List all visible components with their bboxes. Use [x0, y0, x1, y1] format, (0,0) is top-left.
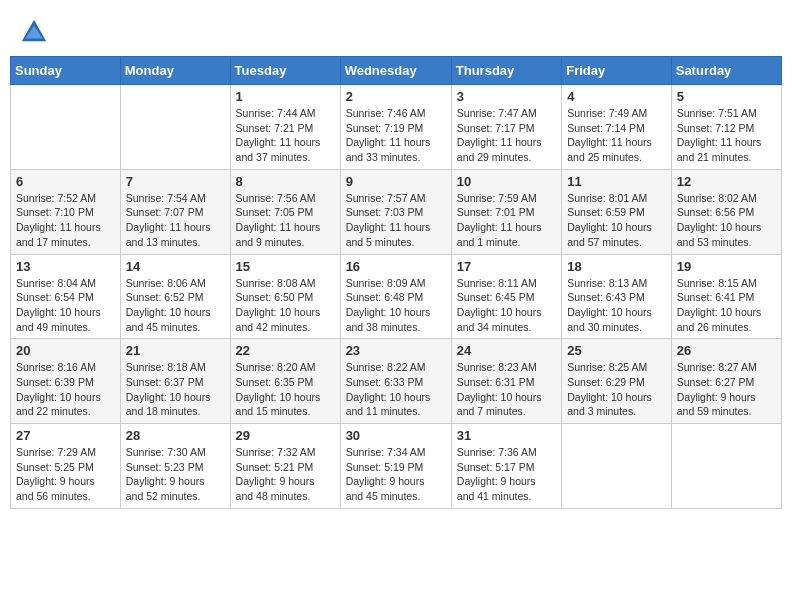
day-info: Sunrise: 8:08 AMSunset: 6:50 PMDaylight:… [236, 276, 335, 335]
day-header-wednesday: Wednesday [340, 57, 451, 85]
day-info: Sunrise: 8:15 AMSunset: 6:41 PMDaylight:… [677, 276, 776, 335]
calendar-cell: 21Sunrise: 8:18 AMSunset: 6:37 PMDayligh… [120, 339, 230, 424]
logo [20, 18, 52, 46]
calendar-cell: 5Sunrise: 7:51 AMSunset: 7:12 PMDaylight… [671, 85, 781, 170]
calendar-cell [562, 424, 672, 509]
day-header-monday: Monday [120, 57, 230, 85]
calendar-cell: 16Sunrise: 8:09 AMSunset: 6:48 PMDayligh… [340, 254, 451, 339]
day-info: Sunrise: 7:47 AMSunset: 7:17 PMDaylight:… [457, 106, 556, 165]
calendar-cell: 23Sunrise: 8:22 AMSunset: 6:33 PMDayligh… [340, 339, 451, 424]
calendar-week-row: 27Sunrise: 7:29 AMSunset: 5:25 PMDayligh… [11, 424, 782, 509]
calendar-cell: 22Sunrise: 8:20 AMSunset: 6:35 PMDayligh… [230, 339, 340, 424]
calendar-cell: 8Sunrise: 7:56 AMSunset: 7:05 PMDaylight… [230, 169, 340, 254]
day-header-sunday: Sunday [11, 57, 121, 85]
day-info: Sunrise: 8:18 AMSunset: 6:37 PMDaylight:… [126, 360, 225, 419]
day-number: 3 [457, 89, 556, 104]
day-info: Sunrise: 7:46 AMSunset: 7:19 PMDaylight:… [346, 106, 446, 165]
calendar-cell: 7Sunrise: 7:54 AMSunset: 7:07 PMDaylight… [120, 169, 230, 254]
day-number: 30 [346, 428, 446, 443]
day-info: Sunrise: 7:32 AMSunset: 5:21 PMDaylight:… [236, 445, 335, 504]
calendar-cell: 4Sunrise: 7:49 AMSunset: 7:14 PMDaylight… [562, 85, 672, 170]
calendar-cell: 26Sunrise: 8:27 AMSunset: 6:27 PMDayligh… [671, 339, 781, 424]
day-info: Sunrise: 8:16 AMSunset: 6:39 PMDaylight:… [16, 360, 115, 419]
calendar-cell: 28Sunrise: 7:30 AMSunset: 5:23 PMDayligh… [120, 424, 230, 509]
day-info: Sunrise: 8:20 AMSunset: 6:35 PMDaylight:… [236, 360, 335, 419]
calendar-cell: 10Sunrise: 7:59 AMSunset: 7:01 PMDayligh… [451, 169, 561, 254]
day-number: 27 [16, 428, 115, 443]
calendar-cell: 6Sunrise: 7:52 AMSunset: 7:10 PMDaylight… [11, 169, 121, 254]
day-number: 11 [567, 174, 666, 189]
day-number: 1 [236, 89, 335, 104]
day-number: 12 [677, 174, 776, 189]
day-number: 22 [236, 343, 335, 358]
day-header-friday: Friday [562, 57, 672, 85]
day-info: Sunrise: 8:25 AMSunset: 6:29 PMDaylight:… [567, 360, 666, 419]
day-info: Sunrise: 8:04 AMSunset: 6:54 PMDaylight:… [16, 276, 115, 335]
day-info: Sunrise: 7:44 AMSunset: 7:21 PMDaylight:… [236, 106, 335, 165]
day-number: 29 [236, 428, 335, 443]
calendar-week-row: 13Sunrise: 8:04 AMSunset: 6:54 PMDayligh… [11, 254, 782, 339]
day-number: 21 [126, 343, 225, 358]
day-number: 26 [677, 343, 776, 358]
day-info: Sunrise: 7:59 AMSunset: 7:01 PMDaylight:… [457, 191, 556, 250]
calendar-cell: 25Sunrise: 8:25 AMSunset: 6:29 PMDayligh… [562, 339, 672, 424]
day-number: 7 [126, 174, 225, 189]
day-number: 13 [16, 259, 115, 274]
calendar-cell [671, 424, 781, 509]
day-number: 15 [236, 259, 335, 274]
day-info: Sunrise: 7:51 AMSunset: 7:12 PMDaylight:… [677, 106, 776, 165]
calendar-week-row: 6Sunrise: 7:52 AMSunset: 7:10 PMDaylight… [11, 169, 782, 254]
day-info: Sunrise: 8:06 AMSunset: 6:52 PMDaylight:… [126, 276, 225, 335]
day-info: Sunrise: 8:02 AMSunset: 6:56 PMDaylight:… [677, 191, 776, 250]
calendar-cell: 11Sunrise: 8:01 AMSunset: 6:59 PMDayligh… [562, 169, 672, 254]
day-number: 6 [16, 174, 115, 189]
calendar-cell [120, 85, 230, 170]
day-info: Sunrise: 8:09 AMSunset: 6:48 PMDaylight:… [346, 276, 446, 335]
logo-icon [20, 18, 48, 46]
day-number: 4 [567, 89, 666, 104]
day-number: 16 [346, 259, 446, 274]
calendar-cell: 20Sunrise: 8:16 AMSunset: 6:39 PMDayligh… [11, 339, 121, 424]
day-number: 23 [346, 343, 446, 358]
calendar-cell: 15Sunrise: 8:08 AMSunset: 6:50 PMDayligh… [230, 254, 340, 339]
calendar-week-row: 20Sunrise: 8:16 AMSunset: 6:39 PMDayligh… [11, 339, 782, 424]
calendar-cell [11, 85, 121, 170]
day-info: Sunrise: 8:27 AMSunset: 6:27 PMDaylight:… [677, 360, 776, 419]
day-number: 28 [126, 428, 225, 443]
day-number: 14 [126, 259, 225, 274]
calendar-cell: 12Sunrise: 8:02 AMSunset: 6:56 PMDayligh… [671, 169, 781, 254]
calendar-cell: 18Sunrise: 8:13 AMSunset: 6:43 PMDayligh… [562, 254, 672, 339]
day-info: Sunrise: 7:52 AMSunset: 7:10 PMDaylight:… [16, 191, 115, 250]
day-number: 17 [457, 259, 556, 274]
calendar-cell: 30Sunrise: 7:34 AMSunset: 5:19 PMDayligh… [340, 424, 451, 509]
day-number: 19 [677, 259, 776, 274]
calendar-cell: 29Sunrise: 7:32 AMSunset: 5:21 PMDayligh… [230, 424, 340, 509]
calendar-cell: 9Sunrise: 7:57 AMSunset: 7:03 PMDaylight… [340, 169, 451, 254]
day-info: Sunrise: 7:57 AMSunset: 7:03 PMDaylight:… [346, 191, 446, 250]
day-info: Sunrise: 8:23 AMSunset: 6:31 PMDaylight:… [457, 360, 556, 419]
calendar-header-row: SundayMondayTuesdayWednesdayThursdayFrid… [11, 57, 782, 85]
day-number: 8 [236, 174, 335, 189]
day-number: 10 [457, 174, 556, 189]
day-header-thursday: Thursday [451, 57, 561, 85]
day-number: 5 [677, 89, 776, 104]
calendar-cell: 24Sunrise: 8:23 AMSunset: 6:31 PMDayligh… [451, 339, 561, 424]
calendar-cell: 14Sunrise: 8:06 AMSunset: 6:52 PMDayligh… [120, 254, 230, 339]
day-number: 31 [457, 428, 556, 443]
day-info: Sunrise: 7:56 AMSunset: 7:05 PMDaylight:… [236, 191, 335, 250]
calendar-cell: 17Sunrise: 8:11 AMSunset: 6:45 PMDayligh… [451, 254, 561, 339]
day-number: 18 [567, 259, 666, 274]
page-header [10, 10, 782, 50]
day-info: Sunrise: 8:22 AMSunset: 6:33 PMDaylight:… [346, 360, 446, 419]
day-number: 25 [567, 343, 666, 358]
day-header-tuesday: Tuesday [230, 57, 340, 85]
calendar-cell: 13Sunrise: 8:04 AMSunset: 6:54 PMDayligh… [11, 254, 121, 339]
day-header-saturday: Saturday [671, 57, 781, 85]
day-info: Sunrise: 7:30 AMSunset: 5:23 PMDaylight:… [126, 445, 225, 504]
calendar-cell: 27Sunrise: 7:29 AMSunset: 5:25 PMDayligh… [11, 424, 121, 509]
day-number: 24 [457, 343, 556, 358]
calendar-cell: 31Sunrise: 7:36 AMSunset: 5:17 PMDayligh… [451, 424, 561, 509]
day-number: 9 [346, 174, 446, 189]
day-info: Sunrise: 7:36 AMSunset: 5:17 PMDaylight:… [457, 445, 556, 504]
calendar-cell: 1Sunrise: 7:44 AMSunset: 7:21 PMDaylight… [230, 85, 340, 170]
